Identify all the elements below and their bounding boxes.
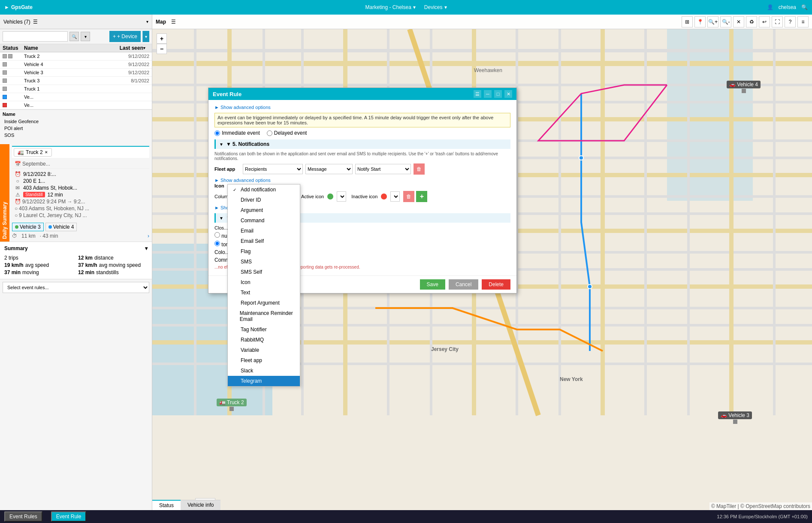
tab-vehicle-info[interactable]: Vehicle info (181, 500, 220, 510)
dropdown-item-flag[interactable]: Flag (228, 246, 300, 257)
dropdown-item-add-notification[interactable]: ✓ Add notification (228, 184, 300, 195)
dropdown-item-slack[interactable]: Slack (228, 366, 300, 376)
table-row[interactable]: Truck 3 8/1/2022 (0, 77, 152, 85)
dropdown-item-rabbitmq[interactable]: RabbitMQ (228, 335, 300, 345)
app-logo[interactable]: ► GpsGate (4, 4, 33, 10)
zoom-out-button[interactable]: − (157, 44, 167, 54)
notification-delete-button[interactable]: 🗑 (414, 163, 425, 175)
list-item[interactable]: Inside Geofence (3, 118, 149, 125)
delayed-event-radio[interactable]: Delayed event (267, 130, 307, 136)
dropdown-item-email[interactable]: Email (228, 226, 300, 236)
zoom-out-tool[interactable]: 🔍- (720, 16, 731, 27)
active-color-select[interactable]: ▾ (337, 191, 346, 202)
message-select[interactable]: Message (305, 164, 353, 174)
dialog-maximize-button[interactable]: □ (494, 90, 502, 98)
daily-summary-tab[interactable]: Daily Summary (0, 144, 9, 242)
list-item[interactable]: SOS (3, 132, 149, 139)
immediate-event-radio[interactable]: Immediate event (214, 130, 260, 136)
dropdown-item-driver-id[interactable]: Driver ID (228, 195, 300, 205)
section5-expand[interactable]: ▼ (219, 142, 223, 147)
dropdown-item-maintenance-reminder[interactable]: Maintenance Reminder Email (228, 308, 300, 324)
dialog-close-button[interactable]: ✕ (504, 90, 512, 98)
table-sort-icon[interactable]: ▾ (143, 46, 149, 50)
trip-summary-row1: ⏱ 11 km · 43 min › (12, 233, 149, 239)
vehicle4-label: Vehicle 4 (737, 82, 758, 88)
save-button[interactable]: Save (420, 279, 445, 290)
dropdown-item-variable[interactable]: Variable (228, 345, 300, 355)
hamburger-icon[interactable]: ☰ (171, 19, 176, 25)
vehicle3-marker[interactable]: 🚗 Vehicle 3 (718, 411, 752, 424)
tab-status[interactable]: Status (152, 500, 181, 510)
frame-tool[interactable]: ⛶ (772, 16, 783, 27)
dropdown-arrow[interactable]: ▾ (146, 19, 148, 24)
recipients-select[interactable]: Recipients (243, 164, 303, 174)
undo-tool[interactable]: ↩ (759, 16, 770, 27)
pin-tool[interactable]: 📍 (694, 16, 706, 27)
dropdown-item-sms[interactable]: SMS (228, 257, 300, 267)
search-input[interactable] (3, 31, 68, 42)
dropdown-item-fleet-app[interactable]: Fleet app (228, 355, 300, 366)
filter-button[interactable]: ▾ (81, 32, 90, 41)
icon-add-button[interactable]: + (416, 191, 427, 202)
truck2-tab[interactable]: 🚛 Truck 2 ✕ (14, 148, 52, 157)
show-advanced-options-link[interactable]: ► Show advanced options (214, 104, 510, 110)
grid-tool[interactable]: ⊞ (682, 16, 693, 27)
layers-tool[interactable]: ≡ (797, 16, 809, 27)
close-icon[interactable]: ✕ (45, 150, 48, 154)
event-rule-bottom-tab[interactable]: Event Rule (51, 511, 87, 522)
auto-input[interactable] (214, 241, 220, 246)
vehicle3-tab[interactable]: Vehicle 3 (12, 223, 44, 231)
table-row[interactable]: Vehicle 4 9/12/2022 (0, 60, 152, 69)
event-rules-bottom-tab[interactable]: Event Rules (4, 511, 42, 522)
vehicle4-tab[interactable]: Vehicle 4 (45, 223, 77, 231)
show-advanced-options-2-link[interactable]: ► Show advanced options (214, 177, 510, 183)
close-tool[interactable]: ✕ (733, 16, 744, 27)
vehicles-search-row: 🔍 ▾ + + Device ▾ (0, 29, 152, 44)
dropdown-item-tag-notifier[interactable]: Tag Notifier (228, 324, 300, 335)
devices-link[interactable]: Devices ▾ (424, 4, 447, 10)
list-item[interactable]: POI alert (3, 125, 149, 132)
manually-input[interactable] (214, 232, 220, 238)
dropdown-item-text[interactable]: Text (228, 287, 300, 298)
delayed-event-input[interactable] (267, 130, 272, 136)
zoom-in-button[interactable]: + (157, 33, 167, 44)
dropdown-item-sms-self[interactable]: SMS Self (228, 267, 300, 277)
add-device-dropdown-button[interactable]: ▾ (142, 31, 149, 42)
left-panel: Vehicles (7) ☰ ▾ 🔍 ▾ + + Device ▾ Status… (0, 15, 152, 510)
user-label[interactable]: chelsea (779, 4, 796, 10)
delete-button[interactable]: Delete (482, 279, 510, 290)
cancel-button[interactable]: Cancel (449, 279, 478, 290)
search-icon[interactable]: 🔍 (801, 4, 808, 10)
inactive-color-select[interactable]: ▾ (390, 191, 400, 202)
notify-start-select[interactable]: Notify Start (355, 164, 411, 174)
immediate-event-input[interactable] (214, 130, 220, 136)
section6-expand[interactable]: ▼ (219, 216, 223, 221)
add-device-button[interactable]: + + Device (109, 31, 141, 42)
event-rules-select[interactable]: Select event rules... (3, 282, 149, 293)
dropdown-item-email-self[interactable]: Email Self (228, 236, 300, 246)
table-row[interactable]: Truck 1 (0, 85, 152, 93)
table-row[interactable]: Vehicle 3 9/12/2022 (0, 69, 152, 77)
table-row[interactable]: Truck 2 9/12/2022 (0, 52, 152, 60)
dialog-menu-button[interactable]: ☰ (474, 90, 481, 98)
expand-icon[interactable]: ▾ (145, 245, 148, 251)
truck2-detail: ⏰ 9/12/2022 8:... ○ 200 E 1... ✉ 403 Ada… (12, 169, 149, 221)
help-tool[interactable]: ? (785, 16, 796, 27)
dropdown-item-icon[interactable]: Icon (228, 277, 300, 287)
marketing-chelsea-link[interactable]: Marketing - Chelsea ▾ (365, 4, 415, 10)
zoom-in-tool[interactable]: 🔍+ (707, 16, 718, 27)
search-button[interactable]: 🔍 (69, 32, 79, 41)
dialog-minimize-button[interactable]: ─ (484, 90, 492, 98)
table-row[interactable]: Ve... (0, 101, 152, 109)
vehicle4-marker[interactable]: 🚗 Vehicle 4 (727, 81, 761, 94)
recycle-tool[interactable]: ♻ (746, 16, 757, 27)
trip-detail-link[interactable]: › (148, 233, 149, 239)
dropdown-item-report-argument[interactable]: Report Argument (228, 298, 300, 308)
col-lastseen-header: Last seen (100, 45, 143, 51)
table-row[interactable]: Ve... (0, 93, 152, 101)
truck2-marker[interactable]: 🚛 Truck 2 (217, 399, 247, 411)
dropdown-item-command[interactable]: Command (228, 215, 300, 226)
icon-delete-button[interactable]: 🗑 (403, 191, 414, 202)
dropdown-item-argument[interactable]: Argument (228, 205, 300, 215)
dropdown-item-telegram[interactable]: Telegram (228, 376, 300, 386)
